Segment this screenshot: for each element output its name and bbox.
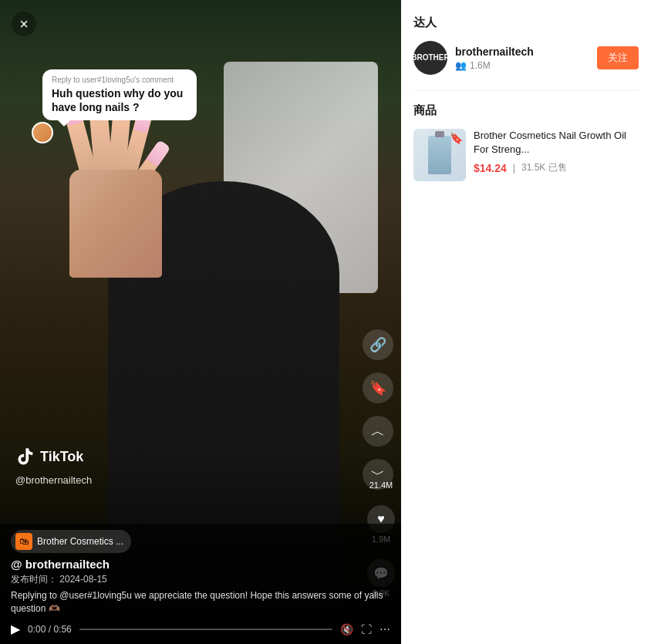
- product-tag-text: Brother Cosmetics ...: [37, 536, 123, 547]
- current-time: 0:00: [28, 624, 46, 635]
- info-panel: 达人 BROTHER brothernailtech 👥 1.6M 关注 商品 …: [401, 0, 651, 644]
- total-time: 0:56: [53, 624, 71, 635]
- followers-icon: 👥: [455, 60, 467, 71]
- influencer-avatar-text: BROTHER: [411, 53, 449, 62]
- product-info: Brother Cosmetics Nail Growth Oil For St…: [474, 129, 639, 174]
- video-publish-date: 发布时间： 2024-08-15: [11, 573, 390, 586]
- video-username: @ brothernailtech: [11, 558, 390, 571]
- comment-reply-label: Reply to user#1loving5u's comment: [52, 76, 187, 84]
- product-section-title: 商品: [413, 103, 639, 118]
- influencer-avatar: BROTHER: [413, 41, 447, 75]
- product-bookmark-icon: 🔖: [450, 132, 463, 144]
- comment-bubble: Reply to user#1loving5u's comment Huh qu…: [42, 69, 197, 120]
- tiktok-logo: TikTok: [15, 447, 83, 467]
- followers-count: 1.6M: [470, 60, 491, 71]
- follow-button[interactable]: 关注: [597, 46, 639, 69]
- video-bottom-bar: 🛍 Brother Cosmetics ... @ brothernailtec…: [0, 524, 401, 644]
- tiktok-icon: [15, 447, 35, 467]
- influencer-row: BROTHER brothernailtech 👥 1.6M 关注: [413, 41, 639, 75]
- product-sales-separator: |: [513, 163, 515, 174]
- nail-5: [146, 140, 170, 167]
- divider-1: [413, 90, 639, 91]
- product-card[interactable]: 🔖 Brother Cosmetics Nail Growth Oil For …: [413, 129, 639, 181]
- video-controls: ▶ 0:00 / 0:56 🔇 ⛶ ⋯: [11, 622, 390, 636]
- views-count: 21.4M: [369, 480, 393, 490]
- comment-text: Huh question why do you have long nails …: [52, 86, 187, 114]
- share-link-button[interactable]: 🔗: [363, 329, 393, 360]
- video-panel: × Reply to user#1loving5u's comment Huh …: [0, 0, 401, 644]
- tiktok-handle: @brothernailtech: [15, 474, 92, 486]
- publish-date-label: 发布时间：: [11, 574, 57, 585]
- publish-date-value: 2024-08-15: [59, 574, 106, 585]
- product-sales-count: 31.5K 已售: [521, 161, 567, 174]
- influencer-name: brothernailtech: [455, 46, 589, 58]
- video-description: Replying to @user#1loving5u we appreciat…: [11, 589, 390, 615]
- views-stat: 21.4M: [369, 480, 393, 490]
- time-display: 0:00 / 0:56: [28, 624, 72, 635]
- influencer-info: brothernailtech 👥 1.6M: [455, 46, 589, 71]
- mute-button[interactable]: 🔇: [340, 623, 353, 636]
- play-button[interactable]: ▶: [11, 622, 20, 636]
- product-tag-icon: 🛍: [15, 533, 32, 550]
- hand-palm: [69, 170, 162, 278]
- scroll-up-button[interactable]: ︿: [363, 416, 393, 447]
- influencer-followers: 👥 1.6M: [455, 60, 589, 71]
- side-icons: 🔗 🔖 ︿ ﹀: [363, 329, 393, 490]
- product-price-row: $14.24 | 31.5K 已售: [474, 161, 639, 174]
- product-price: $14.24: [474, 162, 507, 174]
- product-name: Brother Cosmetics Nail Growth Oil For St…: [474, 129, 639, 157]
- bookmark-button[interactable]: 🔖: [363, 373, 393, 403]
- product-image: 🔖: [413, 129, 466, 181]
- tiktok-brand-text: TikTok: [40, 449, 83, 465]
- product-bottle-icon: [428, 136, 451, 174]
- product-tag-button[interactable]: 🛍 Brother Cosmetics ...: [11, 530, 131, 553]
- close-button[interactable]: ×: [12, 12, 36, 36]
- more-options-button[interactable]: ⋯: [379, 623, 390, 636]
- fullscreen-button[interactable]: ⛶: [361, 623, 372, 636]
- influencer-section-title: 达人: [413, 15, 639, 30]
- progress-bar[interactable]: [79, 629, 332, 630]
